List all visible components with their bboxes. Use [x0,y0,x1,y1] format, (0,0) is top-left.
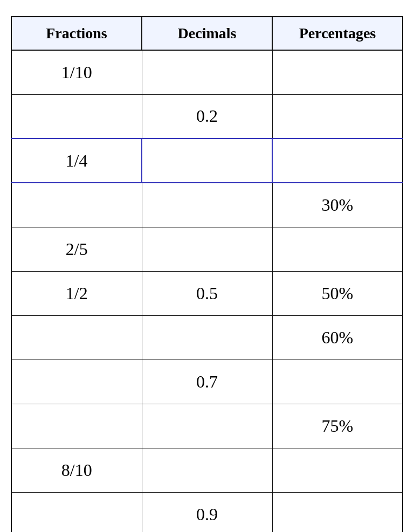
table-wrapper: Fractions Decimals Percentages 1/100.21/… [11,16,403,532]
cell-percentage [272,448,403,492]
cell-percentage [272,94,403,139]
cell-percentage [272,360,403,404]
cell-percentage: 30% [272,183,403,227]
cell-fraction [11,404,142,448]
fractions-table: Fractions Decimals Percentages 1/100.21/… [11,16,403,532]
cell-fraction [11,360,142,404]
cell-fraction: 1/10 [11,50,142,94]
table-row: 0.9 [11,492,403,532]
cell-decimal [142,227,272,271]
table-row: 8/10 [11,448,403,492]
cell-percentage: 50% [272,271,403,315]
cell-fraction: 1/4 [11,139,142,183]
table-row: 30% [11,183,403,227]
cell-fraction [11,183,142,227]
cell-decimal [142,448,272,492]
table-row: 1/10 [11,50,403,94]
cell-fraction [11,315,142,360]
cell-decimal: 0.2 [142,94,272,139]
table-row: 75% [11,404,403,448]
cell-percentage [272,492,403,532]
cell-decimal: 0.5 [142,271,272,315]
cell-decimal [142,315,272,360]
table-row: 1/4 [11,139,403,183]
header-percentages: Percentages [272,17,403,50]
table-row: 60% [11,315,403,360]
cell-fraction: 1/2 [11,271,142,315]
cell-decimal [142,139,272,183]
cell-percentage [272,50,403,94]
table-row: 1/20.550% [11,271,403,315]
table-row: 0.7 [11,360,403,404]
cell-percentage: 60% [272,315,403,360]
cell-percentage: 75% [272,404,403,448]
header-fractions: Fractions [11,17,142,50]
cell-decimal [142,50,272,94]
header-row: Fractions Decimals Percentages [11,17,403,50]
table-row: 0.2 [11,94,403,139]
cell-decimal: 0.7 [142,360,272,404]
header-decimals: Decimals [142,17,272,50]
cell-percentage [272,227,403,271]
cell-fraction [11,492,142,532]
table-row: 2/5 [11,227,403,271]
cell-fraction [11,94,142,139]
cell-decimal [142,404,272,448]
cell-decimal [142,183,272,227]
cell-fraction: 8/10 [11,448,142,492]
cell-percentage [272,139,403,183]
cell-fraction: 2/5 [11,227,142,271]
cell-decimal: 0.9 [142,492,272,532]
